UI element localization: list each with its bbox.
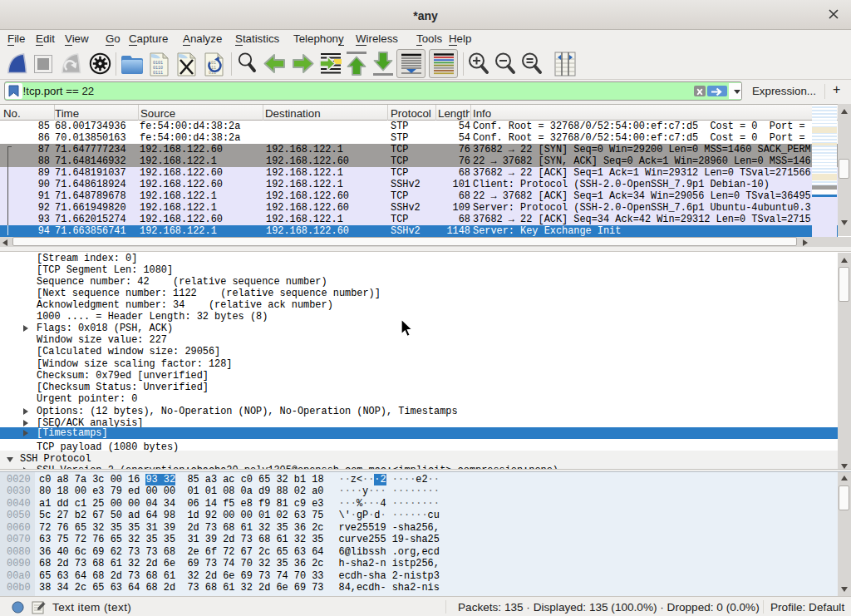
svg-text:0111: 0111: [153, 71, 163, 76]
